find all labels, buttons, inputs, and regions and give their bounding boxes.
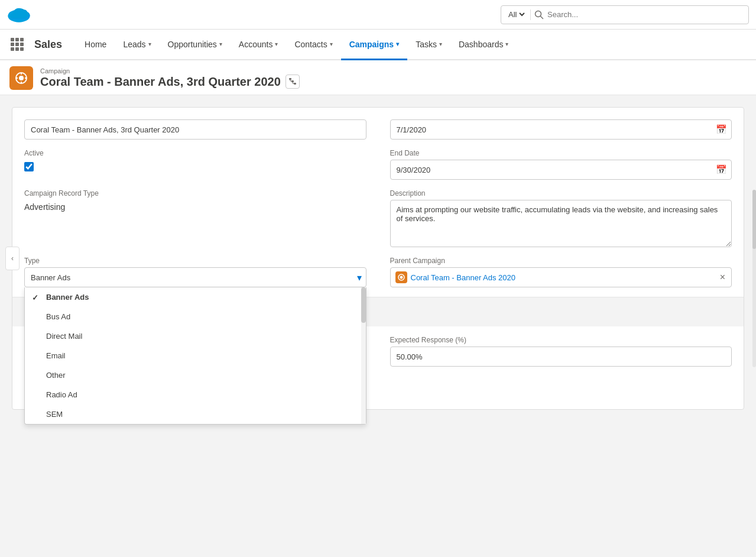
type-dropdown-overlay: Banner Ads Bus Ad Direct Mail Email Othe… (24, 287, 366, 425)
dropdown-item-banner-ads[interactable]: Banner Ads (25, 287, 366, 307)
expected-response-label: Expected Response (%) (390, 336, 732, 344)
form-section: ‹ 📅 Active End Date (12, 107, 744, 410)
svg-point-20 (400, 276, 403, 279)
active-group: Active (24, 149, 366, 180)
description-label: Description (390, 189, 732, 197)
dropdown-scroll[interactable]: Banner Ads Bus Ad Direct Mail Email Othe… (25, 287, 366, 424)
search-bar[interactable]: All (501, 5, 749, 24)
end-date-group: End Date 📅 (390, 149, 732, 180)
parent-campaign-label: Parent Campaign (390, 257, 732, 265)
nav-item-leads[interactable]: Leads ▾ (115, 30, 159, 60)
form-row-2: Active End Date 📅 (24, 149, 732, 180)
search-input[interactable] (547, 10, 744, 19)
form-row-3: Campaign Record Type Advertising Descrip… (24, 189, 732, 247)
parent-campaign-wrapper: Coral Team - Banner Ads 2020 × (390, 267, 732, 287)
chevron-down-icon: ▾ (505, 41, 508, 47)
record-header: Campaign Coral Team - Banner Ads, 3rd Qu… (0, 60, 756, 95)
chevron-down-icon: ▾ (330, 41, 333, 47)
app-name: Sales (30, 30, 72, 59)
chevron-down-icon: ▾ (219, 41, 222, 47)
campaign-name-group (24, 119, 366, 140)
campaign-name-input[interactable] (24, 119, 366, 140)
parent-campaign-clear-button[interactable]: × (719, 271, 726, 284)
nav-item-campaigns[interactable]: Campaigns ▾ (341, 30, 407, 60)
start-date-wrapper: 📅 (390, 119, 732, 140)
type-label: Type (24, 257, 366, 265)
svg-line-5 (541, 16, 543, 18)
expected-response-input[interactable] (390, 346, 732, 367)
campaign-record-type-value: Advertising (24, 202, 366, 212)
end-date-input[interactable] (390, 160, 732, 180)
form-row-1: 📅 (24, 119, 732, 140)
svg-rect-12 (289, 78, 291, 80)
end-date-label: End Date (390, 149, 732, 157)
parent-campaign-value: Coral Team - Banner Ads 2020 (411, 273, 715, 282)
dropdown-item-email[interactable]: Email (25, 346, 366, 365)
end-date-wrapper: 📅 (390, 160, 732, 180)
dropdown-item-radio-ad[interactable]: Radio Ad (25, 385, 366, 404)
dropdown-item-other[interactable]: Other (25, 365, 366, 385)
nav-item-contacts[interactable]: Contacts ▾ (286, 30, 340, 60)
grid-dots (11, 38, 24, 51)
type-select[interactable]: Banner Ads Bus Ad Direct Mail Email Othe… (24, 267, 366, 287)
campaign-record-type-label: Campaign Record Type (24, 189, 366, 197)
record-title: Coral Team - Banner Ads, 3rd Quarter 202… (40, 75, 281, 89)
collapse-panel-button[interactable]: ‹ (5, 247, 20, 270)
search-filter-select[interactable]: All (506, 9, 527, 20)
dropdown-item-bus-ad[interactable]: Bus Ad (25, 307, 366, 326)
calendar-icon[interactable]: 📅 (716, 164, 727, 175)
expected-response-group: Expected Response (%) (390, 336, 732, 367)
description-textarea[interactable]: Aims at prompting our website traffic, a… (390, 200, 732, 247)
hierarchy-button[interactable] (285, 75, 300, 89)
nav-item-tasks[interactable]: Tasks ▾ (407, 30, 450, 60)
content-area: ‹ 📅 Active End Date (0, 95, 756, 553)
record-meta: Campaign Coral Team - Banner Ads, 3rd Qu… (40, 67, 300, 89)
nav-item-opportunities[interactable]: Opportunities ▾ (160, 30, 231, 60)
page-scrollbar[interactable] (752, 190, 756, 367)
active-label: Active (24, 149, 366, 157)
start-date-input[interactable] (390, 119, 732, 140)
chevron-down-icon: ▾ (439, 41, 442, 47)
active-checkbox-wrapper (24, 162, 366, 171)
record-title-row: Coral Team - Banner Ads, 3rd Quarter 202… (40, 75, 300, 89)
salesforce-logo (7, 6, 31, 24)
top-bar: All (0, 0, 756, 30)
chevron-down-icon: ▾ (275, 41, 278, 47)
type-select-wrapper: Banner Ads Bus Ad Direct Mail Email Othe… (24, 267, 366, 287)
description-group: Description Aims at prompting our websit… (390, 189, 732, 247)
dropdown-item-direct-mail[interactable]: Direct Mail (25, 326, 366, 346)
chevron-down-icon: ▾ (148, 41, 151, 47)
record-type-icon (9, 66, 33, 90)
calendar-icon[interactable]: 📅 (716, 124, 727, 135)
nav-item-accounts[interactable]: Accounts ▾ (231, 30, 287, 60)
svg-point-7 (19, 76, 24, 80)
parent-campaign-group: Parent Campaign Coral Team - Banner Ads … (390, 257, 732, 287)
nav-item-home[interactable]: Home (76, 30, 115, 60)
nav-bar: Sales Home Leads ▾ Opportunities ▾ Accou… (0, 30, 756, 60)
chevron-down-icon: ▾ (396, 41, 399, 47)
app-launcher-icon[interactable] (5, 30, 30, 59)
dropdown-scrollbar-thumb (361, 287, 366, 323)
nav-item-dashboards[interactable]: Dashboards ▾ (450, 30, 517, 60)
active-checkbox[interactable] (24, 162, 34, 171)
form-row-4: Type Banner Ads Bus Ad Direct Mail Email… (24, 257, 732, 287)
start-date-group: 📅 (390, 119, 732, 140)
dropdown-scrollbar (361, 287, 366, 424)
search-icon (534, 10, 544, 20)
record-type-label: Campaign (40, 67, 300, 75)
parent-campaign-icon (395, 271, 407, 283)
type-group: Type Banner Ads Bus Ad Direct Mail Email… (24, 257, 366, 287)
type-field-container: Banner Ads Bus Ad Direct Mail Email Othe… (24, 267, 366, 287)
campaign-record-type-group: Campaign Record Type Advertising (24, 189, 366, 247)
page-scrollbar-thumb (752, 190, 756, 249)
dropdown-item-sem[interactable]: SEM (25, 404, 366, 424)
